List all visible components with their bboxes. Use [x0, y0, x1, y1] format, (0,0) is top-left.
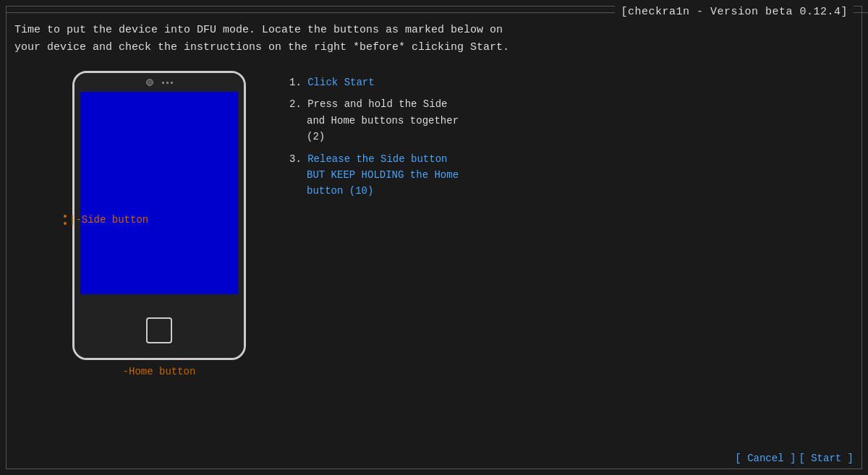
step-1: 1. Click Start — [289, 74, 854, 90]
phone-top-bar — [75, 73, 244, 92]
bottom-bar: [ Cancel ] [ Start ] — [735, 453, 854, 464]
step-2-number: 2. — [289, 98, 307, 110]
step-2: 2. Press and hold the Side and Home butt… — [289, 96, 854, 145]
cancel-button[interactable]: [ Cancel ] — [735, 453, 796, 464]
main-content: Time to put the device into DFU mode. Lo… — [14, 22, 854, 461]
phone-camera — [146, 79, 153, 86]
side-dot-1 — [64, 215, 67, 218]
speaker-dot-3 — [171, 82, 173, 84]
window-title: [checkra1n - Version beta 0.12.4] — [615, 6, 854, 18]
intro-line1: Time to put the device into DFU mode. Lo… — [14, 22, 854, 39]
main-area: -Home button |-Side button 1. Click — [14, 71, 854, 360]
phone-bottom: -Home button — [75, 303, 244, 358]
intro-line2: your device and check the instructions o… — [14, 39, 854, 56]
side-dot-2 — [64, 222, 67, 225]
side-button-label: |-Side button — [69, 214, 148, 226]
instructions-panel: 1. Click Start 2. Press and hold the Sid… — [289, 71, 854, 205]
home-button-label-wrapper: -Home button — [123, 365, 196, 378]
home-button-label: -Home button — [123, 366, 196, 377]
phone-wrapper: -Home button |-Side button — [14, 71, 246, 360]
step-2-text: Press and hold the Side — [307, 98, 447, 110]
step-3-text: Release the Side button — [307, 153, 447, 165]
step-3: 3. Release the Side button BUT KEEP HOLD… — [289, 151, 854, 200]
side-dots-indicator — [64, 215, 67, 225]
device-area: -Home button |-Side button — [14, 71, 260, 360]
phone-speaker — [162, 82, 173, 84]
side-indicator-wrapper: |-Side button — [64, 214, 148, 226]
step-1-number: 1. — [289, 77, 307, 88]
step-2-cont2: (2) — [289, 129, 854, 145]
phone-screen — [80, 92, 238, 294]
step-3-cont1: BUT KEEP HOLDING the Home — [289, 167, 854, 183]
intro-text: Time to put the device into DFU mode. Lo… — [14, 22, 854, 56]
speaker-dot-2 — [166, 82, 169, 84]
step-2-cont1: and Home buttons together — [289, 113, 854, 129]
step-3-cont2: button (10) — [289, 183, 854, 199]
step-3-number: 3. — [289, 153, 307, 165]
home-button-icon — [146, 317, 172, 343]
step-1-text: Click Start — [307, 77, 374, 88]
speaker-dot-1 — [162, 82, 164, 84]
start-button[interactable]: [ Start ] — [799, 453, 854, 464]
